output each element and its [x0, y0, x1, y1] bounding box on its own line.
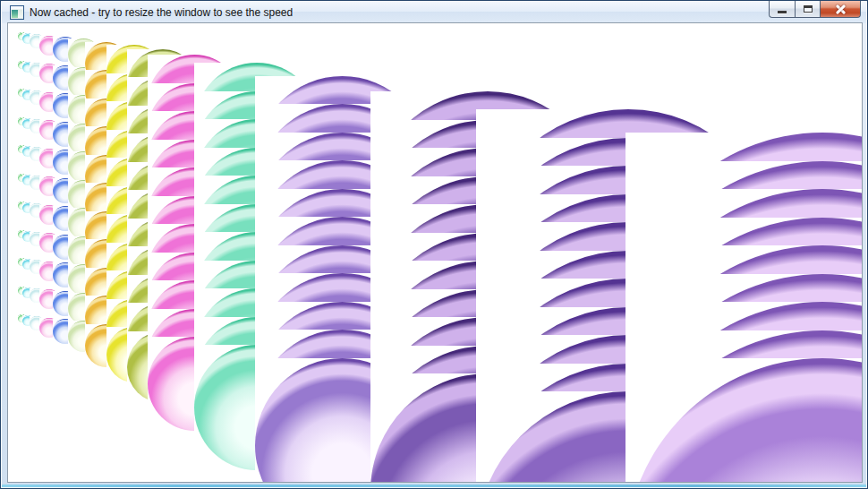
drawing-canvas	[8, 23, 862, 482]
maximize-button[interactable]	[795, 1, 821, 18]
client-area	[8, 23, 862, 482]
close-button[interactable]	[821, 1, 861, 18]
app-icon-pane-left	[12, 10, 18, 18]
app-icon	[10, 5, 24, 20]
frame-bottom-highlight	[2, 485, 866, 487]
minimize-button[interactable]	[769, 1, 795, 18]
window-controls	[769, 1, 861, 18]
maximize-icon	[804, 5, 813, 13]
titlebar[interactable]: Now cached - try to resize the window to…	[2, 2, 866, 23]
window-title: Now cached - try to resize the window to…	[30, 6, 293, 19]
minimize-icon	[778, 11, 787, 13]
app-window: Now cached - try to resize the window to…	[0, 0, 868, 489]
close-icon	[836, 4, 846, 14]
app-icon-pane-right	[18, 10, 22, 18]
